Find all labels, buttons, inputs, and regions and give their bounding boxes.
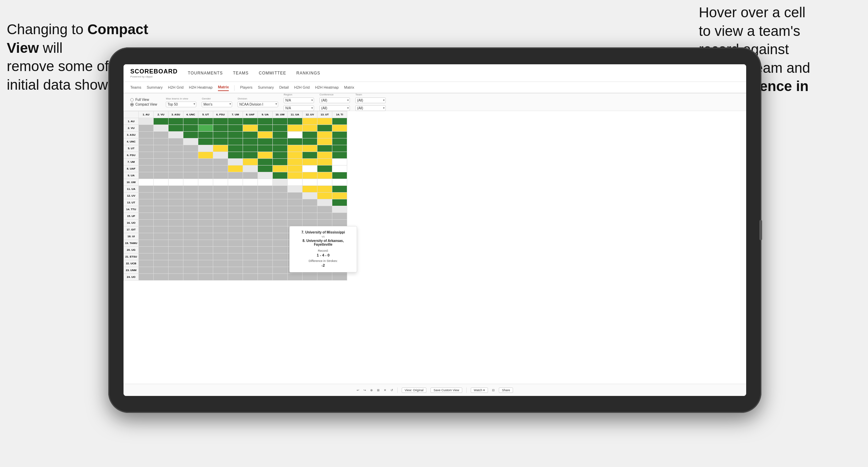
subnav-matrix1[interactable]: Matrix xyxy=(218,85,229,91)
matrix-cell[interactable] xyxy=(317,145,332,152)
refresh-btn[interactable]: ↺ xyxy=(391,388,393,392)
matrix-cell[interactable] xyxy=(183,199,198,206)
matrix-cell[interactable] xyxy=(183,253,198,260)
matrix-cell[interactable] xyxy=(288,152,303,159)
matrix-cell[interactable] xyxy=(198,152,213,159)
matrix-cell[interactable] xyxy=(258,186,273,193)
matrix-cell[interactable] xyxy=(228,132,243,138)
matrix-cell[interactable] xyxy=(228,125,243,132)
matrix-cell[interactable] xyxy=(288,138,303,145)
matrix-cell[interactable] xyxy=(243,240,258,247)
matrix-cell[interactable] xyxy=(317,179,332,186)
matrix-cell[interactable] xyxy=(154,159,169,165)
matrix-cell[interactable] xyxy=(258,247,273,253)
matrix-cell[interactable] xyxy=(198,118,213,125)
matrix-cell[interactable] xyxy=(183,179,198,186)
nav-teams[interactable]: TEAMS xyxy=(233,71,248,75)
matrix-cell[interactable] xyxy=(228,165,243,172)
matrix-cell[interactable] xyxy=(273,125,288,132)
matrix-cell[interactable] xyxy=(303,213,317,220)
matrix-cell[interactable] xyxy=(273,138,288,145)
matrix-cell[interactable] xyxy=(288,213,303,220)
matrix-cell[interactable] xyxy=(154,199,169,206)
matrix-cell[interactable] xyxy=(213,145,228,152)
matrix-cell[interactable] xyxy=(273,253,288,260)
matrix-cell[interactable] xyxy=(273,199,288,206)
matrix-cell[interactable] xyxy=(243,138,258,145)
matrix-cell[interactable] xyxy=(332,132,347,138)
matrix-cell[interactable] xyxy=(288,118,303,125)
matrix-cell[interactable] xyxy=(228,179,243,186)
matrix-cell[interactable] xyxy=(228,220,243,226)
matrix-cell[interactable] xyxy=(332,165,347,172)
matrix-cell[interactable] xyxy=(198,213,213,220)
matrix-cell[interactable] xyxy=(332,274,347,281)
matrix-cell[interactable] xyxy=(303,206,317,213)
save-custom-btn[interactable]: Save Custom View xyxy=(430,387,462,393)
matrix-cell[interactable] xyxy=(332,213,347,220)
nav-tournaments[interactable]: TOURNAMENTS xyxy=(188,71,223,75)
matrix-cell[interactable] xyxy=(303,118,317,125)
matrix-cell[interactable] xyxy=(183,138,198,145)
subnav-h2hgrid2[interactable]: H2H Grid xyxy=(294,85,310,91)
matrix-cell[interactable] xyxy=(169,220,183,226)
matrix-cell[interactable] xyxy=(332,199,347,206)
compact-view-option[interactable]: Compact View xyxy=(130,103,157,106)
matrix-cell[interactable] xyxy=(243,125,258,132)
matrix-cell[interactable] xyxy=(139,240,154,247)
matrix-cell[interactable] xyxy=(213,267,228,274)
matrix-cell[interactable] xyxy=(273,118,288,125)
matrix-cell[interactable] xyxy=(198,226,213,233)
matrix-cell[interactable] xyxy=(228,267,243,274)
matrix-cell[interactable] xyxy=(213,260,228,267)
matrix-cell[interactable] xyxy=(213,159,228,165)
full-view-option[interactable]: Full View xyxy=(130,98,157,102)
matrix-cell[interactable] xyxy=(228,274,243,281)
matrix-cell[interactable] xyxy=(154,206,169,213)
matrix-cell[interactable] xyxy=(332,172,347,179)
matrix-cell[interactable] xyxy=(303,165,317,172)
matrix-cell[interactable] xyxy=(288,199,303,206)
matrix-cell[interactable] xyxy=(243,274,258,281)
matrix-cell[interactable] xyxy=(258,240,273,247)
matrix-cell[interactable] xyxy=(154,145,169,152)
matrix-cell[interactable] xyxy=(213,213,228,220)
matrix-cell[interactable] xyxy=(139,247,154,253)
matrix-cell[interactable] xyxy=(213,172,228,179)
matrix-cell[interactable] xyxy=(258,220,273,226)
matrix-cell[interactable] xyxy=(169,165,183,172)
matrix-cell[interactable] xyxy=(317,152,332,159)
matrix-cell[interactable] xyxy=(198,125,213,132)
matrix-cell[interactable] xyxy=(243,199,258,206)
matrix-cell[interactable] xyxy=(139,193,154,199)
subnav-h2hgrid1[interactable]: H2H Grid xyxy=(168,85,183,91)
matrix-cell[interactable] xyxy=(228,172,243,179)
matrix-cell[interactable] xyxy=(169,267,183,274)
matrix-cell[interactable] xyxy=(139,226,154,233)
matrix-cell[interactable] xyxy=(273,132,288,138)
matrix-cell[interactable] xyxy=(213,199,228,206)
matrix-cell[interactable] xyxy=(258,172,273,179)
filter-team-select1[interactable]: (All) xyxy=(355,97,386,103)
matrix-cell[interactable] xyxy=(243,247,258,253)
matrix-cell[interactable] xyxy=(154,226,169,233)
matrix-cell[interactable] xyxy=(139,152,154,159)
matrix-cell[interactable] xyxy=(273,220,288,226)
matrix-cell[interactable] xyxy=(228,199,243,206)
matrix-cell[interactable] xyxy=(258,199,273,206)
matrix-cell[interactable] xyxy=(317,159,332,165)
matrix-cell[interactable] xyxy=(154,172,169,179)
matrix-cell[interactable] xyxy=(183,125,198,132)
matrix-cell[interactable] xyxy=(332,193,347,199)
matrix-cell[interactable] xyxy=(288,172,303,179)
matrix-cell[interactable] xyxy=(228,118,243,125)
matrix-cell[interactable] xyxy=(288,220,303,226)
matrix-cell[interactable] xyxy=(332,186,347,193)
matrix-cell[interactable] xyxy=(288,186,303,193)
matrix-cell[interactable] xyxy=(303,220,317,226)
matrix-cell[interactable] xyxy=(332,159,347,165)
matrix-cell[interactable] xyxy=(258,145,273,152)
subnav-players[interactable]: Players xyxy=(240,85,252,91)
matrix-cell[interactable] xyxy=(317,186,332,193)
full-view-radio[interactable] xyxy=(130,98,134,102)
